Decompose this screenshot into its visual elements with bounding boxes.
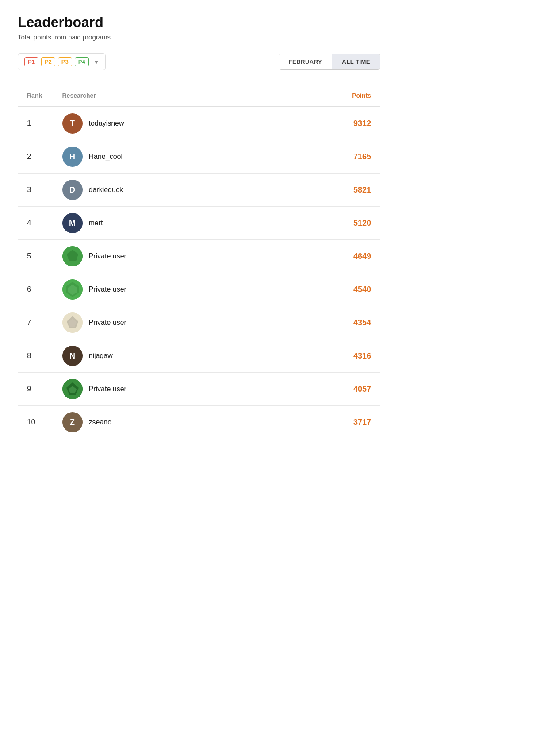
rank-cell: 3: [18, 174, 54, 207]
points-cell: 5120: [279, 207, 380, 240]
researcher-cell: Private user: [54, 373, 279, 406]
researcher-name[interactable]: Private user: [89, 252, 126, 260]
rank-cell: 8: [18, 339, 54, 373]
points-cell: 4354: [279, 306, 380, 339]
researcher-name[interactable]: Private user: [89, 385, 126, 393]
table-row: 5 Private user 4649: [18, 240, 380, 273]
points-column-header: Points: [279, 85, 380, 107]
researcher-name[interactable]: zseano: [89, 418, 112, 426]
avatar: M: [62, 213, 83, 233]
points-cell: 7165: [279, 140, 380, 174]
table-row: 6 Private user 4540: [18, 273, 380, 306]
researcher-cell: Private user: [54, 240, 279, 273]
researcher-name[interactable]: Harie_cool: [89, 153, 123, 161]
all-time-button[interactable]: ALL TIME: [332, 54, 380, 69]
time-filter: FEBRUARY ALL TIME: [279, 54, 380, 70]
leaderboard-table: Rank Researcher Points 1 T todayisnew 93…: [18, 85, 380, 439]
researcher-column-header: Researcher: [54, 85, 279, 107]
table-row: 8 N nijagaw 4316: [18, 339, 380, 373]
researcher-cell: H Harie_cool: [54, 140, 279, 174]
avatar: [62, 379, 83, 399]
points-cell: 4540: [279, 273, 380, 306]
table-row: 9 Private user 4057: [18, 373, 380, 406]
avatar: D: [62, 180, 83, 200]
table-row: 3 D darkieduck 5821: [18, 174, 380, 207]
controls-row: P1 P2 P3 P4 ▼ FEBRUARY ALL TIME: [18, 53, 380, 70]
points-cell: 9312: [279, 107, 380, 140]
rank-cell: 10: [18, 406, 54, 439]
researcher-cell: M mert: [54, 207, 279, 240]
page-subtitle: Total points from paid programs.: [18, 33, 380, 41]
researcher-cell: N nijagaw: [54, 339, 279, 373]
rank-cell: 2: [18, 140, 54, 174]
researcher-name[interactable]: mert: [89, 219, 103, 227]
points-cell: 4649: [279, 240, 380, 273]
researcher-cell: D darkieduck: [54, 174, 279, 207]
avatar: T: [62, 113, 83, 134]
researcher-name[interactable]: Private user: [89, 285, 126, 293]
points-cell: 3717: [279, 406, 380, 439]
february-button[interactable]: FEBRUARY: [279, 54, 333, 69]
chevron-down-icon: ▼: [93, 58, 100, 66]
table-row: 2 H Harie_cool 7165: [18, 140, 380, 174]
avatar: H: [62, 147, 83, 167]
points-cell: 5821: [279, 174, 380, 207]
rank-cell: 6: [18, 273, 54, 306]
tag-p2: P2: [41, 57, 55, 66]
tag-p3: P3: [58, 57, 72, 66]
researcher-cell: T todayisnew: [54, 107, 279, 140]
tag-p4: P4: [75, 57, 89, 66]
table-row: 10 Z zseano 3717: [18, 406, 380, 439]
avatar: [62, 312, 83, 333]
researcher-name[interactable]: darkieduck: [89, 186, 123, 194]
avatar: N: [62, 346, 83, 366]
rank-cell: 5: [18, 240, 54, 273]
researcher-name[interactable]: Private user: [89, 319, 126, 327]
tag-p1: P1: [24, 57, 38, 66]
researcher-cell: Z zseano: [54, 406, 279, 439]
rank-cell: 9: [18, 373, 54, 406]
table-row: 4 M mert 5120: [18, 207, 380, 240]
researcher-name[interactable]: todayisnew: [89, 120, 124, 127]
table-row: 1 T todayisnew 9312: [18, 107, 380, 140]
rank-cell: 4: [18, 207, 54, 240]
severity-filter[interactable]: P1 P2 P3 P4 ▼: [18, 53, 106, 70]
points-cell: 4316: [279, 339, 380, 373]
avatar: [62, 246, 83, 266]
researcher-cell: Private user: [54, 273, 279, 306]
avatar: Z: [62, 412, 83, 432]
table-row: 7 Private user 4354: [18, 306, 380, 339]
page-title: Leaderboard: [18, 14, 380, 31]
researcher-cell: Private user: [54, 306, 279, 339]
researcher-name[interactable]: nijagaw: [89, 352, 113, 360]
avatar: [62, 279, 83, 300]
table-header-row: Rank Researcher Points: [18, 85, 380, 107]
rank-column-header: Rank: [18, 85, 54, 107]
points-cell: 4057: [279, 373, 380, 406]
rank-cell: 1: [18, 107, 54, 140]
rank-cell: 7: [18, 306, 54, 339]
